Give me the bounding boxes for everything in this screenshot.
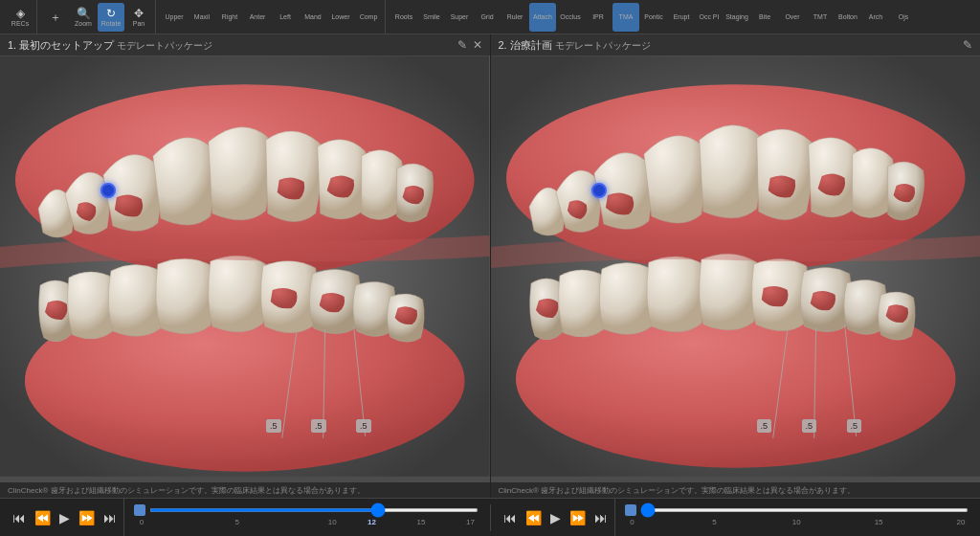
timeline-right-ruler: 0 5 10 15 20 xyxy=(633,518,962,531)
timeline-right-controls: ⏮ ⏪ ▶ ⏩ ⏭ xyxy=(497,499,615,536)
tl-r-mark-15: 15 xyxy=(875,518,883,526)
viewport-right: 2. 治療計画 モデレートパッケージ ✎ xyxy=(491,34,981,498)
attach-button[interactable]: Attach xyxy=(529,3,556,32)
timeline-prev-button-left[interactable]: ⏪ xyxy=(32,508,54,527)
ruler-button[interactable]: Ruler xyxy=(501,3,528,32)
ojs-button[interactable]: Ojs xyxy=(890,3,917,32)
left-view-button[interactable]: Left xyxy=(272,3,299,32)
maxil-view-button[interactable]: Maxil xyxy=(189,3,215,32)
viewport-right-edit-button[interactable]: ✎ xyxy=(963,38,972,52)
viewport-left: 1. 最初のセットアップ モデレートパッケージ ✎ ✕ xyxy=(0,34,491,498)
recs-button[interactable]: ◈ RECs xyxy=(7,3,33,32)
timeline-right-slider-section: 0 5 10 15 20 xyxy=(619,502,975,533)
occlus-button[interactable]: Occlus xyxy=(557,3,584,32)
main-content: 1. 最初のセットアップ モデレートパッケージ ✎ ✕ xyxy=(0,34,980,498)
timeline-start-button-left[interactable]: ⏮ xyxy=(10,508,29,527)
tl-mark-17: 17 xyxy=(466,518,475,526)
timeline-right-indicator xyxy=(625,504,636,516)
tmt-button[interactable]: TMT xyxy=(807,3,834,32)
viewport-right-disclaimer: ClinCheck® 歯牙および組織移動のシミュレーションです。実際の臨床結果と… xyxy=(499,485,856,496)
rotate-button[interactable]: ↻ Rotate xyxy=(98,3,124,32)
tma-button[interactable]: TMA xyxy=(612,3,639,32)
blue-dot-right xyxy=(591,183,607,198)
timeline-left-indicator xyxy=(134,504,145,516)
erupt-button[interactable]: Erupt xyxy=(668,3,695,32)
viewport-left-disclaimer: ClinCheck® 歯牙および組織移動のシミュレーションです。実際の臨床結果と… xyxy=(8,485,365,496)
tl-mark-10: 10 xyxy=(328,518,337,526)
ipr-label-right-1: .5 xyxy=(757,419,772,433)
dental-scene-left[interactable]: .5 .5 .5 xyxy=(0,34,490,498)
dental-render-right xyxy=(491,34,981,498)
tl-r-mark-10: 10 xyxy=(792,518,801,526)
bolton-button[interactable]: Bolton xyxy=(835,3,861,32)
transform-group: ＋ 🔍 Zoom ↻ Rotate ✥ Pan xyxy=(39,0,156,34)
timeline-right-slider-row xyxy=(625,504,969,516)
zoom-button[interactable]: 🔍 Zoom xyxy=(70,3,97,32)
tl-mark-5: 5 xyxy=(234,518,238,526)
viewport-left-edit-button[interactable]: ✎ xyxy=(457,38,467,52)
tl-r-mark-5: 5 xyxy=(712,518,716,526)
tl-mark-15: 15 xyxy=(417,518,426,526)
blue-dot-left xyxy=(100,183,116,198)
timeline-left-ruler: 0 5 10 12 15 17 xyxy=(142,518,471,531)
smile-button[interactable]: Smile xyxy=(418,3,445,32)
timeline-right-slider[interactable] xyxy=(640,508,969,512)
bite-button[interactable]: Bite xyxy=(751,3,778,32)
timeline-play-button-left[interactable]: ▶ xyxy=(56,508,73,527)
viewport-left-subtitle: モデレートパッケージ xyxy=(117,40,212,51)
timeline-next-button-right[interactable]: ⏩ xyxy=(567,508,589,527)
ipr-label-left-2: .5 xyxy=(311,419,326,433)
ipr-label-right-3: .5 xyxy=(847,419,862,433)
right-view-button[interactable]: Right xyxy=(216,3,243,32)
timeline: ⏮ ⏪ ▶ ⏩ ⏭ 0 5 10 12 15 17 ⏮ ⏪ ▶ ⏩ ⏭ xyxy=(0,498,980,536)
viewport-left-close-button[interactable]: ✕ xyxy=(473,38,482,52)
tl-r-mark-20: 20 xyxy=(957,518,966,526)
timeline-end-button-right[interactable]: ⏭ xyxy=(591,508,611,527)
upper-view-button[interactable]: Upper xyxy=(161,3,188,32)
staging-button[interactable]: Staging xyxy=(724,3,750,32)
ipr-label-left-3: .5 xyxy=(356,419,371,433)
ipr-label-right-2: .5 xyxy=(802,419,817,433)
timeline-play-button-right[interactable]: ▶ xyxy=(547,508,564,527)
tl-mark-12: 12 xyxy=(368,518,376,526)
dental-scene-right[interactable]: .5 .5 .5 xyxy=(491,34,981,498)
viewport-left-controls: ✎ ✕ xyxy=(457,38,482,52)
grid-button[interactable]: Grid xyxy=(474,3,501,32)
timeline-left-slider[interactable] xyxy=(149,508,479,512)
viewport-left-title: 1. 最初のセットアップ モデレートパッケージ xyxy=(8,38,212,53)
ipr-label-left-1: .5 xyxy=(266,419,281,433)
viewport-left-footer: ClinCheck® 歯牙および組織移動のシミュレーションです。実際の臨床結果と… xyxy=(0,482,490,498)
dental-render-left xyxy=(0,34,490,498)
comp-view-button[interactable]: Comp xyxy=(355,3,382,32)
timeline-left-controls: ⏮ ⏪ ▶ ⏩ ⏭ xyxy=(6,499,124,536)
lower-view-button[interactable]: Lower xyxy=(327,3,354,32)
view-group: Upper Maxil Right Anter Left Mand Lower … xyxy=(158,0,386,34)
recs-label: RECs xyxy=(11,20,29,27)
pontic-button[interactable]: Pontic xyxy=(640,3,667,32)
timeline-start-button-right[interactable]: ⏮ xyxy=(501,508,520,527)
tl-mark-0: 0 xyxy=(140,518,144,526)
add-button[interactable]: ＋ xyxy=(42,3,69,32)
roots-button[interactable]: Roots xyxy=(390,3,417,32)
dental-tools-group: Roots Smile Super Grid Ruler Attach Occl… xyxy=(388,0,920,34)
timeline-next-button-left[interactable]: ⏩ xyxy=(76,508,98,527)
viewport-right-title: 2. 治療計画 モデレートパッケージ xyxy=(499,38,651,53)
ipr-button[interactable]: IPR xyxy=(585,3,612,32)
timeline-divider xyxy=(490,504,491,531)
arch-button[interactable]: Arch xyxy=(862,3,889,32)
timeline-prev-button-right[interactable]: ⏪ xyxy=(523,508,545,527)
viewport-left-header: 1. 最初のセットアップ モデレートパッケージ ✎ ✕ xyxy=(0,34,490,56)
tl-r-mark-0: 0 xyxy=(630,518,634,526)
over-button[interactable]: Over xyxy=(779,3,806,32)
timeline-left-slider-row xyxy=(134,504,479,516)
viewport-right-header: 2. 治療計画 モデレートパッケージ ✎ xyxy=(491,34,981,56)
mand-view-button[interactable]: Mand xyxy=(300,3,326,32)
super-button[interactable]: Super xyxy=(446,3,473,32)
occ-pi-button[interactable]: Occ PI xyxy=(696,3,723,32)
viewport-right-subtitle: モデレートパッケージ xyxy=(555,40,651,51)
timeline-end-button-left[interactable]: ⏭ xyxy=(100,508,120,527)
recs-icon: ◈ xyxy=(16,8,25,19)
anter-view-button[interactable]: Anter xyxy=(244,3,271,32)
viewport-right-controls: ✎ xyxy=(963,38,972,52)
pan-button[interactable]: ✥ Pan xyxy=(125,3,152,32)
